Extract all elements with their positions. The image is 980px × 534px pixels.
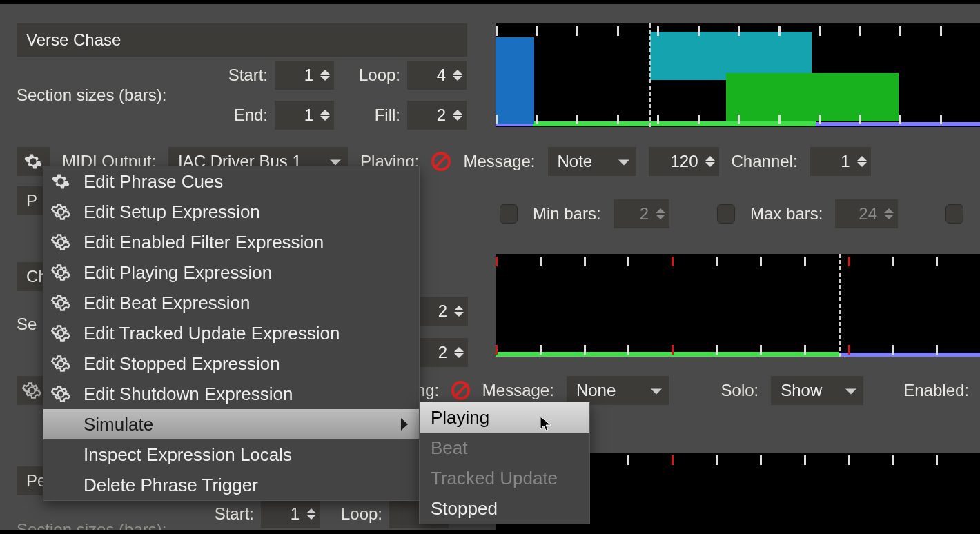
left-button-p[interactable]: P [17,186,44,215]
timeline-top [496,23,980,127]
max-bars-label: Max bars: [750,204,823,224]
menu-item-label: Edit Tracked Update Expression [84,323,340,344]
section-sizes-label-2: Se [17,315,37,334]
loop-spin[interactable]: 4 [407,61,467,90]
loop-label-3: Loop: [320,504,389,524]
menu-item-label: Edit Enabled Filter Expression [84,232,324,253]
menu-item[interactable]: Edit Phrase Cues [43,166,419,197]
menu-item-label: Edit Stopped Expression [84,353,280,375]
start-label: Start: [206,66,275,85]
solo-dropdown[interactable]: Show [771,376,863,405]
gear-icon [51,354,70,373]
menu-item[interactable]: Edit Stopped Expression [43,348,419,379]
submenu-item-label: Playing [431,407,489,428]
section-sizes-label: Section sizes (bars): [17,86,206,105]
channel-spin[interactable]: 1 [810,147,871,176]
message-dropdown[interactable]: Note [548,147,636,176]
submenu-item-label: Stopped [431,498,498,520]
fill-label: Fill: [338,106,407,125]
menu-item-label: Edit Playing Expression [84,262,272,284]
max-bars-spin[interactable]: 24 [835,199,898,228]
submenu-item: Beat [420,433,589,463]
menu-item-label: Inspect Expression Locals [84,444,292,466]
menu-item[interactable]: Edit Playing Expression [43,257,419,288]
menu-item-label: Simulate [84,414,153,435]
menu-item[interactable]: Edit Tracked Update Expression [43,318,419,348]
submenu-item[interactable]: Stopped [420,493,589,524]
min-bars-label: Min bars: [533,204,601,224]
gear-icon [51,233,70,252]
gear-icon [51,263,70,282]
channel-label: Channel: [732,152,798,171]
menu-item-label: Edit Beat Expression [84,293,250,314]
menu-item[interactable]: Edit Shutdown Expression [43,379,419,409]
end-spin[interactable]: 1 [275,101,334,130]
phrase-trigger-panel: Verse Chase Section sizes (bars): Start:… [0,4,980,530]
extra-checkbox[interactable] [945,204,963,224]
gear-icon [51,384,70,404]
menu-item[interactable]: Inspect Expression Locals [43,439,419,470]
menu-item[interactable]: Delete Phrase Trigger [43,470,419,500]
mouse-cursor-icon [538,415,555,432]
fill-spin[interactable]: 2 [407,101,467,130]
menu-item-label: Edit Setup Expression [84,201,260,223]
min-bars-checkbox[interactable] [500,204,518,224]
start-spin[interactable]: 1 [275,61,334,90]
gear-icon [23,152,43,171]
playing-none-icon [431,152,451,171]
min-max-row: Min bars: 2 Max bars: 24 [500,197,963,230]
trigger-name-field[interactable]: Verse Chase [17,23,467,57]
loop-label: Loop: [338,66,407,85]
gear-icon [51,293,70,313]
note-spin[interactable]: 120 [649,147,719,176]
end-label: End: [206,106,275,125]
message-label-2: Message: [482,381,554,400]
submenu-item-label: Beat [431,437,468,459]
menu-item-label: Edit Phrase Cues [84,171,223,192]
message-dropdown-2[interactable]: None [567,376,669,405]
submenu-arrow-icon [401,418,408,431]
start-label-3: Start: [206,504,261,524]
submenu-item-label: Tracked Update [431,468,558,489]
simulate-submenu: PlayingBeatTracked UpdateStopped [419,402,590,524]
gear-icon [51,172,70,191]
message-label: Message: [463,152,535,171]
section-sizes-label-3: Section sizes (bars): [17,520,166,534]
menu-item[interactable]: Edit Enabled Filter Expression [43,227,419,257]
menu-item[interactable]: Edit Setup Expression [43,197,419,227]
min-bars-spin[interactable]: 2 [614,199,669,228]
submenu-item[interactable]: Playing [420,402,589,433]
start-spin-3[interactable]: 1 [261,500,320,528]
context-menu: Edit Phrase CuesEdit Setup ExpressionEdi… [43,166,420,501]
solo-label: Solo: [721,381,759,400]
menu-item-label: Edit Shutdown Expression [84,384,293,405]
gear-icon [51,202,70,221]
enabled-label: Enabled: [903,381,969,400]
menu-item[interactable]: Edit Beat Expression [43,288,419,318]
playing-none-icon-2 [451,381,470,400]
gear-icon [22,381,41,400]
menu-item[interactable]: Simulate [43,409,419,439]
menu-item-label: Delete Phrase Trigger [84,475,258,496]
timeline-mid [496,254,980,357]
max-bars-checkbox[interactable] [717,204,735,224]
gear-icon [51,324,70,343]
submenu-item: Tracked Update [420,463,589,493]
